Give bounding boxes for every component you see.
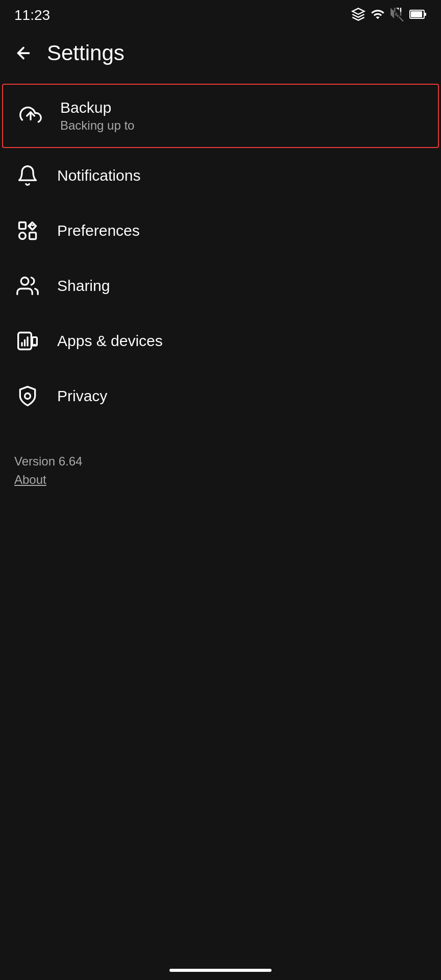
status-icons: [351, 7, 427, 23]
apps-devices-title: Apps & devices: [57, 332, 163, 350]
page-title: Settings: [47, 41, 125, 65]
svg-point-6: [21, 278, 29, 285]
settings-item-privacy[interactable]: Privacy: [0, 369, 441, 424]
apps-devices-icon: [14, 328, 41, 354]
privacy-text: Privacy: [57, 387, 107, 405]
about-link[interactable]: About: [14, 473, 427, 487]
back-button[interactable]: [14, 44, 33, 62]
svg-rect-3: [19, 223, 26, 229]
svg-rect-4: [19, 233, 26, 239]
preferences-title: Preferences: [57, 222, 140, 239]
preferences-text: Preferences: [57, 222, 140, 239]
backup-icon: [17, 103, 44, 129]
settings-item-apps-devices[interactable]: Apps & devices: [0, 313, 441, 369]
privacy-icon: [14, 383, 41, 409]
sharing-title: Sharing: [57, 277, 110, 295]
settings-item-notifications[interactable]: Notifications: [0, 148, 441, 203]
version-text: Version 6.64: [14, 454, 427, 469]
settings-item-backup[interactable]: Backup Backing up to: [2, 84, 439, 148]
backup-title: Backup: [60, 99, 134, 116]
preferences-icon: [14, 217, 41, 244]
sharing-icon: [14, 273, 41, 299]
header: Settings: [0, 29, 441, 80]
privacy-title: Privacy: [57, 387, 107, 405]
notifications-icon: [14, 162, 41, 189]
backup-subtitle: Backing up to: [60, 118, 134, 133]
home-indicator: [169, 969, 272, 972]
footer: Version 6.64 About: [0, 424, 441, 501]
svg-rect-2: [425, 13, 426, 16]
drive-icon: [351, 7, 365, 23]
signal-icon: [390, 7, 404, 23]
settings-item-preferences[interactable]: Preferences: [0, 203, 441, 258]
backup-text: Backup Backing up to: [60, 99, 134, 133]
sharing-text: Sharing: [57, 277, 110, 295]
apps-devices-text: Apps & devices: [57, 332, 163, 350]
status-bar: 11:23: [0, 0, 441, 29]
svg-rect-1: [411, 11, 422, 17]
status-time: 11:23: [14, 7, 50, 23]
settings-item-sharing[interactable]: Sharing: [0, 258, 441, 313]
svg-rect-5: [30, 233, 36, 239]
battery-icon: [409, 9, 427, 22]
notifications-text: Notifications: [57, 167, 140, 184]
notifications-title: Notifications: [57, 167, 140, 184]
wifi-icon: [371, 7, 385, 23]
settings-list: Backup Backing up to Notifications: [0, 84, 441, 424]
